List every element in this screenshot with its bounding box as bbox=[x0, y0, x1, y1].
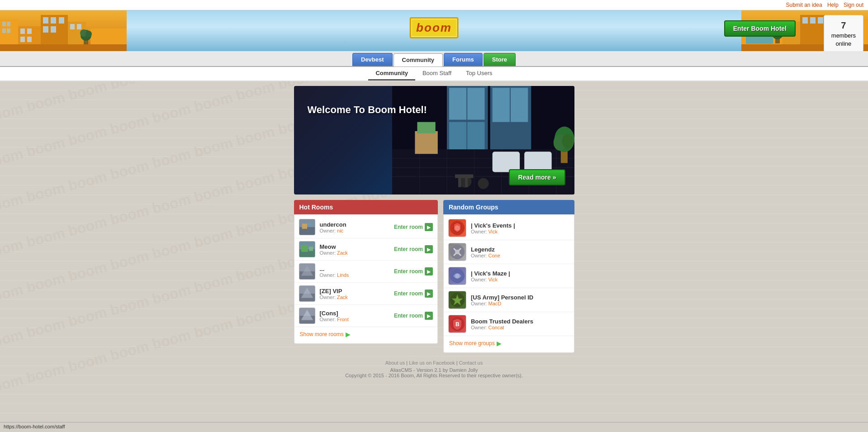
about-us-link[interactable]: About us bbox=[385, 360, 405, 366]
group-name: [US Army] Personel ID bbox=[471, 294, 569, 301]
enter-room-icon: ▶ bbox=[425, 245, 433, 253]
site-logo[interactable]: boom bbox=[409, 17, 459, 38]
room-thumbnail bbox=[299, 241, 315, 257]
room-name: Meow bbox=[320, 243, 389, 250]
group-owner: Owner: Vick bbox=[471, 229, 569, 234]
group-owner-link[interactable]: Vick bbox=[488, 229, 498, 234]
group-owner: Owner: Cone bbox=[471, 253, 569, 258]
room-name: [Cons] bbox=[320, 310, 389, 317]
group-item[interactable]: B Boom Trusted Dealers Owner: Concat bbox=[444, 312, 574, 336]
group-owner-link[interactable]: Concat bbox=[488, 325, 504, 330]
sub-nav: Community Boom Staff Top Users bbox=[0, 67, 868, 81]
room-info: ... Owner: Linds bbox=[320, 266, 389, 278]
group-item[interactable]: [US Army] Personel ID Owner: MacD bbox=[444, 288, 574, 312]
main-content: Welcome To Boom Hotel! bbox=[289, 86, 579, 382]
room-item: Meow Owner: Zack Enter room ▶ bbox=[294, 238, 437, 261]
enter-hotel-button[interactable]: Enter Boom Hotel bbox=[724, 20, 796, 37]
group-info: | Vick's Events | Owner: Vick bbox=[471, 222, 569, 234]
group-owner-link[interactable]: MacD bbox=[488, 301, 501, 306]
room-name: [ZE] VIP bbox=[320, 288, 389, 294]
owner-link[interactable]: Linds bbox=[337, 272, 349, 278]
room-info: [ZE] VIP Owner: Zack bbox=[320, 288, 389, 300]
svg-point-93 bbox=[455, 225, 460, 231]
owner-link[interactable]: nic bbox=[337, 228, 343, 233]
hot-rooms-section: Hot Rooms undercon Owner: nic bbox=[294, 200, 438, 344]
svg-rect-63 bbox=[417, 122, 435, 133]
room-thumbnail bbox=[299, 308, 315, 324]
group-owner: Owner: Concat bbox=[471, 325, 569, 330]
svg-rect-51 bbox=[510, 88, 527, 122]
sub-tab-community[interactable]: Community bbox=[368, 67, 415, 81]
hot-rooms-header: Hot Rooms bbox=[294, 200, 438, 214]
group-name: Boom Trusted Dealers bbox=[471, 318, 569, 325]
room-thumbnail bbox=[299, 285, 315, 302]
owner-link[interactable]: Zack bbox=[337, 294, 348, 300]
room-info: Meow Owner: Zack bbox=[320, 243, 389, 256]
owner-link[interactable]: Zack bbox=[337, 250, 348, 256]
svg-rect-81 bbox=[301, 245, 308, 252]
enter-room-icon: ▶ bbox=[425, 267, 433, 275]
group-info: [US Army] Personel ID Owner: MacD bbox=[471, 294, 569, 306]
footer: About us | Like us on Facebook | Contact… bbox=[294, 353, 574, 382]
tab-community[interactable]: Community bbox=[394, 53, 443, 66]
members-online-box: 7 members online bbox=[824, 15, 863, 51]
svg-rect-78 bbox=[308, 223, 312, 227]
sign-out-link[interactable]: Sign out bbox=[844, 2, 863, 8]
main-nav: Devbest Community Forums Store bbox=[0, 51, 868, 67]
svg-rect-73 bbox=[458, 178, 461, 187]
group-badge: B bbox=[448, 315, 466, 333]
two-columns: Hot Rooms undercon Owner: nic bbox=[294, 200, 574, 353]
nav-tabs: Devbest Community Forums Store bbox=[352, 51, 516, 66]
status-bar: https://boom-hotel.com/staff bbox=[0, 422, 868, 432]
room-thumbnail bbox=[299, 219, 315, 235]
tab-forums[interactable]: Forums bbox=[444, 53, 483, 66]
enter-room-link[interactable]: Enter room ▶ bbox=[394, 223, 433, 231]
group-info: Boom Trusted Dealers Owner: Concat bbox=[471, 318, 569, 330]
tab-store[interactable]: Store bbox=[484, 53, 516, 66]
room-owner: Owner: Linds bbox=[320, 272, 389, 278]
room-name: undercon bbox=[320, 221, 389, 228]
group-item[interactable]: Legendz Owner: Cone bbox=[444, 240, 574, 264]
room-owner: Owner: Front bbox=[320, 317, 389, 322]
svg-rect-82 bbox=[308, 247, 313, 251]
room-item: ... Owner: Linds Enter room ▶ bbox=[294, 261, 437, 283]
enter-room-icon: ▶ bbox=[425, 223, 433, 231]
random-groups-section: Random Groups | Vick's Events | Owner: V… bbox=[443, 200, 574, 353]
room-owner: Owner: Zack bbox=[320, 250, 389, 256]
enter-room-link[interactable]: Enter room ▶ bbox=[394, 267, 433, 275]
show-more-rooms-link[interactable]: Show more rooms ▶ bbox=[294, 327, 437, 342]
room-item: [Cons] Owner: Front Enter room ▶ bbox=[294, 305, 437, 327]
enter-room-link[interactable]: Enter room ▶ bbox=[394, 290, 433, 298]
enter-room-link[interactable]: Enter room ▶ bbox=[394, 312, 433, 320]
enter-room-icon: ▶ bbox=[425, 312, 433, 320]
sub-nav-inner: Community Boom Staff Top Users bbox=[368, 67, 499, 81]
hero-title: Welcome To Boom Hotel! bbox=[308, 104, 427, 116]
room-info: [Cons] Owner: Front bbox=[320, 310, 389, 322]
submit-idea-link[interactable]: Submit an idea bbox=[786, 2, 822, 8]
group-owner-link[interactable]: Cone bbox=[488, 253, 500, 258]
show-more-arrow-icon: ▶ bbox=[346, 331, 351, 338]
show-more-groups-link[interactable]: Show more groups ▶ bbox=[444, 336, 574, 351]
like-facebook-link[interactable]: Like us on Facebook bbox=[409, 360, 455, 366]
svg-text:B: B bbox=[455, 321, 460, 328]
group-badge bbox=[448, 243, 466, 261]
group-item[interactable]: | Vick's Events | Owner: Vick bbox=[444, 216, 574, 240]
svg-point-69 bbox=[562, 134, 573, 148]
contact-us-link[interactable]: Contact us bbox=[459, 360, 483, 366]
hero-banner: Welcome To Boom Hotel! bbox=[294, 86, 574, 195]
read-more-button[interactable]: Read more » bbox=[509, 169, 565, 185]
sub-tab-boom-staff[interactable]: Boom Staff bbox=[415, 67, 459, 81]
group-owner-link[interactable]: Vick bbox=[488, 277, 498, 282]
tab-devbest[interactable]: Devbest bbox=[352, 53, 393, 66]
sub-tab-top-users[interactable]: Top Users bbox=[459, 67, 500, 81]
members-label: members online bbox=[831, 32, 856, 48]
svg-rect-77 bbox=[302, 223, 307, 228]
owner-link[interactable]: Front bbox=[337, 317, 349, 322]
copyright-line: Copyright © 2015 - 2016 Boom, All Rights… bbox=[294, 373, 574, 378]
svg-rect-46 bbox=[467, 88, 484, 120]
group-name: | Vick's Maze | bbox=[471, 270, 569, 277]
group-item[interactable]: | Vick's Maze | Owner: Vick bbox=[444, 264, 574, 288]
enter-room-link[interactable]: Enter room ▶ bbox=[394, 245, 433, 253]
group-info: Legendz Owner: Cone bbox=[471, 246, 569, 258]
help-link[interactable]: Help bbox=[827, 2, 839, 8]
